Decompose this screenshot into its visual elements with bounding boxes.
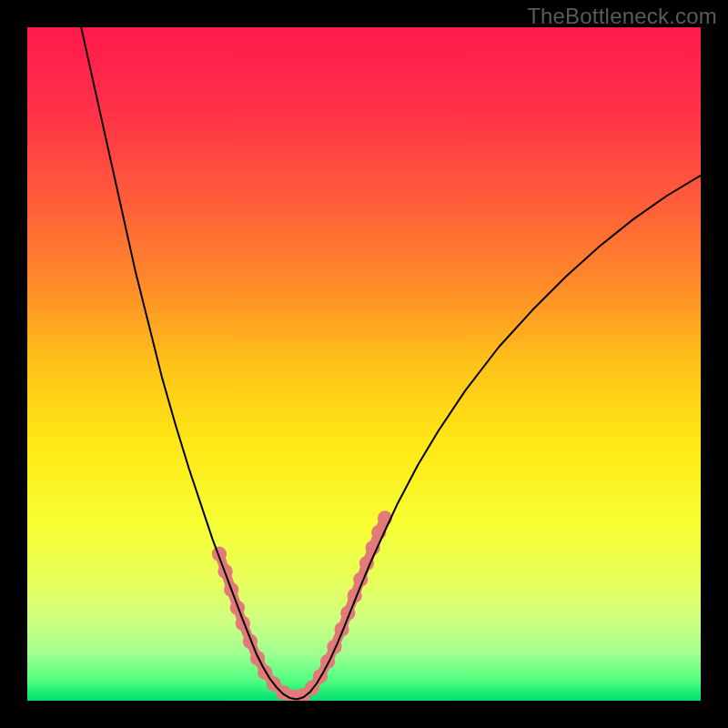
marker-dot	[320, 654, 335, 669]
watermark-text: TheBottleneck.com	[527, 4, 717, 29]
chart-frame: TheBottleneck.com	[0, 0, 728, 728]
plot-area	[27, 27, 701, 701]
chart-svg	[27, 27, 701, 701]
